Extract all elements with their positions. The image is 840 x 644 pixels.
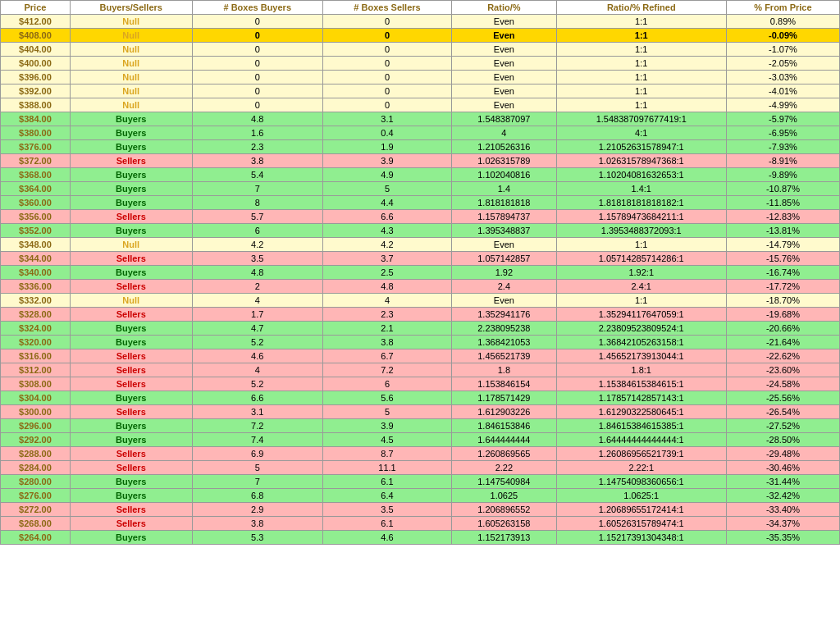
cell-boxes-sellers: 3.1	[322, 112, 451, 126]
cell-price: $380.00	[1, 126, 71, 140]
cell-boxes-sellers: 0	[322, 43, 451, 57]
cell-boxes-buyers: 7.2	[192, 419, 322, 433]
cell-ratio-refined: 1.81818181818182:1	[556, 196, 726, 210]
cell-price: $300.00	[1, 405, 71, 419]
cell-price: $308.00	[1, 377, 71, 391]
cell-from-price: -23.60%	[726, 363, 839, 377]
cell-ratio-refined: 1.64444444444444:1	[556, 433, 726, 447]
cell-from-price: -33.40%	[726, 503, 839, 517]
cell-buyers-sellers: Sellers	[70, 503, 192, 517]
cell-ratio-refined: 1:1	[556, 71, 726, 84]
cell-boxes-buyers: 2	[192, 280, 322, 294]
header-price: Price	[1, 1, 71, 15]
cell-from-price: -6.95%	[726, 126, 839, 140]
cell-boxes-sellers: 0	[322, 84, 451, 98]
cell-buyers-sellers: Null	[70, 294, 192, 308]
cell-ratio-refined: 1.15789473684211:1	[556, 210, 726, 224]
cell-buyers-sellers: Sellers	[70, 349, 192, 363]
cell-ratio-refined: 1.84615384615385:1	[556, 419, 726, 433]
cell-ratio: 2.4	[452, 280, 556, 294]
cell-ratio: 1.210526316	[452, 140, 556, 154]
cell-boxes-buyers: 6.8	[192, 489, 322, 503]
header-ratio: Ratio/%	[452, 1, 556, 15]
cell-ratio-refined: 1.21052631578947:1	[556, 140, 726, 154]
cell-ratio: Even	[452, 43, 556, 57]
cell-price: $336.00	[1, 280, 71, 294]
cell-boxes-buyers: 5.2	[192, 336, 322, 349]
cell-price: $364.00	[1, 182, 71, 196]
cell-ratio: 2.22	[452, 461, 556, 475]
cell-boxes-sellers: 0	[322, 98, 451, 112]
cell-buyers-sellers: Buyers	[70, 531, 192, 545]
cell-buyers-sellers: Null	[70, 238, 192, 252]
cell-boxes-buyers: 4.7	[192, 322, 322, 336]
cell-ratio: Even	[452, 15, 556, 29]
cell-boxes-sellers: 6.7	[322, 349, 451, 363]
cell-ratio: Even	[452, 57, 556, 71]
cell-buyers-sellers: Sellers	[70, 447, 192, 461]
cell-from-price: -3.03%	[726, 71, 839, 84]
cell-buyers-sellers: Buyers	[70, 168, 192, 182]
cell-ratio: 2.238095238	[452, 322, 556, 336]
cell-from-price: -10.87%	[726, 182, 839, 196]
cell-from-price: -19.68%	[726, 308, 839, 322]
cell-buyers-sellers: Sellers	[70, 154, 192, 168]
cell-boxes-sellers: 7.2	[322, 363, 451, 377]
cell-from-price: -17.72%	[726, 280, 839, 294]
cell-price: $288.00	[1, 447, 71, 461]
cell-ratio: 1.206896552	[452, 503, 556, 517]
cell-buyers-sellers: Buyers	[70, 475, 192, 489]
cell-buyers-sellers: Buyers	[70, 489, 192, 503]
cell-boxes-buyers: 0	[192, 43, 322, 57]
cell-buyers-sellers: Null	[70, 84, 192, 98]
cell-boxes-sellers: 3.8	[322, 336, 451, 349]
cell-boxes-sellers: 4.5	[322, 433, 451, 447]
cell-buyers-sellers: Buyers	[70, 391, 192, 405]
header-boxes-sellers: # Boxes Sellers	[322, 1, 451, 15]
cell-buyers-sellers: Sellers	[70, 308, 192, 322]
cell-ratio: 1.456521739	[452, 349, 556, 363]
cell-boxes-buyers: 4.6	[192, 349, 322, 363]
cell-price: $296.00	[1, 419, 71, 433]
cell-boxes-sellers: 8.7	[322, 447, 451, 461]
cell-ratio-refined: 4:1	[556, 126, 726, 140]
cell-buyers-sellers: Buyers	[70, 419, 192, 433]
cell-ratio-refined: 1:1	[556, 84, 726, 98]
cell-from-price: -15.76%	[726, 252, 839, 266]
cell-price: $384.00	[1, 112, 71, 126]
cell-ratio-refined: 1.14754098360656:1	[556, 475, 726, 489]
cell-ratio: Even	[452, 98, 556, 112]
cell-boxes-sellers: 4.9	[322, 168, 451, 182]
cell-price: $400.00	[1, 57, 71, 71]
cell-boxes-buyers: 0	[192, 98, 322, 112]
cell-ratio: 1.395348837	[452, 224, 556, 238]
cell-boxes-buyers: 5.2	[192, 377, 322, 391]
cell-buyers-sellers: Sellers	[70, 461, 192, 475]
cell-from-price: -1.07%	[726, 43, 839, 57]
cell-boxes-buyers: 4.8	[192, 112, 322, 126]
cell-ratio-refined: 1:1	[556, 57, 726, 71]
cell-boxes-buyers: 3.5	[192, 252, 322, 266]
cell-from-price: -14.79%	[726, 238, 839, 252]
cell-from-price: -16.74%	[726, 266, 839, 280]
cell-boxes-buyers: 3.8	[192, 154, 322, 168]
cell-boxes-sellers: 11.1	[322, 461, 451, 475]
cell-ratio-refined: 1.35294117647059:1	[556, 308, 726, 322]
cell-boxes-buyers: 8	[192, 196, 322, 210]
cell-boxes-buyers: 4	[192, 363, 322, 377]
cell-boxes-buyers: 7	[192, 182, 322, 196]
cell-from-price: -32.42%	[726, 489, 839, 503]
cell-buyers-sellers: Buyers	[70, 126, 192, 140]
cell-ratio: Even	[452, 238, 556, 252]
cell-ratio-refined: 1.15384615384615:1	[556, 377, 726, 391]
cell-buyers-sellers: Buyers	[70, 266, 192, 280]
cell-boxes-buyers: 2.9	[192, 503, 322, 517]
cell-boxes-sellers: 1.9	[322, 140, 451, 154]
cell-boxes-buyers: 4.8	[192, 266, 322, 280]
cell-price: $332.00	[1, 294, 71, 308]
cell-from-price: -25.56%	[726, 391, 839, 405]
cell-boxes-sellers: 2.5	[322, 266, 451, 280]
cell-boxes-sellers: 6	[322, 377, 451, 391]
cell-boxes-buyers: 2.3	[192, 140, 322, 154]
cell-boxes-sellers: 4.6	[322, 531, 451, 545]
